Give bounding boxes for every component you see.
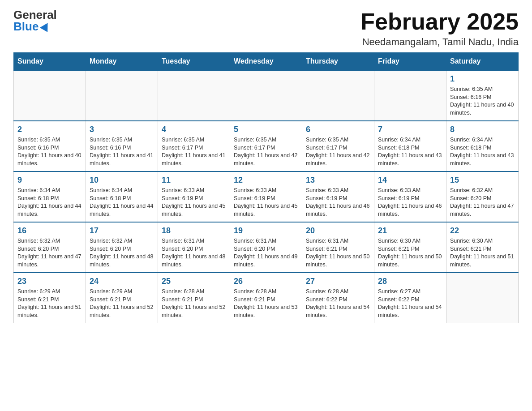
calendar-week-5: 23Sunrise: 6:29 AMSunset: 6:21 PMDayligh…: [14, 273, 519, 323]
day-number: 5: [234, 125, 298, 134]
day-number: 23: [17, 277, 82, 286]
table-row: 23Sunrise: 6:29 AMSunset: 6:21 PMDayligh…: [14, 273, 86, 323]
logo-general-text: General: [13, 9, 57, 21]
table-row: 24Sunrise: 6:29 AMSunset: 6:21 PMDayligh…: [86, 273, 158, 323]
day-number: 9: [17, 176, 82, 185]
day-number: 16: [17, 226, 82, 235]
day-number: 14: [378, 176, 442, 185]
title-section: February 2025 Needamangalam, Tamil Nadu,…: [360, 9, 519, 48]
day-info: Sunrise: 6:29 AMSunset: 6:21 PMDaylight:…: [90, 288, 154, 319]
table-row: 20Sunrise: 6:31 AMSunset: 6:21 PMDayligh…: [302, 222, 374, 273]
day-info: Sunrise: 6:35 AMSunset: 6:17 PMDaylight:…: [306, 136, 370, 167]
day-info: Sunrise: 6:33 AMSunset: 6:19 PMDaylight:…: [378, 187, 442, 218]
table-row: 21Sunrise: 6:30 AMSunset: 6:21 PMDayligh…: [374, 222, 446, 273]
table-row: 5Sunrise: 6:35 AMSunset: 6:17 PMDaylight…: [230, 121, 302, 171]
day-number: 4: [162, 125, 226, 134]
col-thursday: Thursday: [302, 53, 374, 71]
day-number: 21: [378, 226, 442, 235]
day-info: Sunrise: 6:34 AMSunset: 6:18 PMDaylight:…: [90, 187, 154, 218]
table-row: 6Sunrise: 6:35 AMSunset: 6:17 PMDaylight…: [302, 121, 374, 171]
table-row: 26Sunrise: 6:28 AMSunset: 6:21 PMDayligh…: [230, 273, 302, 323]
table-row: 4Sunrise: 6:35 AMSunset: 6:17 PMDaylight…: [158, 121, 230, 171]
day-info: Sunrise: 6:33 AMSunset: 6:19 PMDaylight:…: [162, 187, 226, 218]
day-info: Sunrise: 6:35 AMSunset: 6:16 PMDaylight:…: [17, 136, 82, 167]
calendar-week-3: 9Sunrise: 6:34 AMSunset: 6:18 PMDaylight…: [14, 171, 519, 222]
table-row: [14, 70, 86, 121]
calendar-week-4: 16Sunrise: 6:32 AMSunset: 6:20 PMDayligh…: [14, 222, 519, 273]
day-number: 24: [90, 277, 154, 286]
day-info: Sunrise: 6:34 AMSunset: 6:18 PMDaylight:…: [450, 136, 515, 167]
calendar-week-2: 2Sunrise: 6:35 AMSunset: 6:16 PMDaylight…: [14, 121, 519, 171]
day-info: Sunrise: 6:33 AMSunset: 6:19 PMDaylight:…: [234, 187, 298, 218]
day-info: Sunrise: 6:27 AMSunset: 6:22 PMDaylight:…: [378, 288, 442, 319]
day-info: Sunrise: 6:28 AMSunset: 6:21 PMDaylight:…: [162, 288, 226, 319]
table-row: 8Sunrise: 6:34 AMSunset: 6:18 PMDaylight…: [446, 121, 519, 171]
table-row: 14Sunrise: 6:33 AMSunset: 6:19 PMDayligh…: [374, 171, 446, 222]
table-row: 27Sunrise: 6:28 AMSunset: 6:22 PMDayligh…: [302, 273, 374, 323]
day-info: Sunrise: 6:31 AMSunset: 6:20 PMDaylight:…: [162, 237, 226, 269]
day-number: 19: [234, 226, 298, 235]
day-number: 28: [378, 277, 442, 286]
day-info: Sunrise: 6:32 AMSunset: 6:20 PMDaylight:…: [450, 187, 515, 218]
day-number: 8: [450, 125, 515, 134]
table-row: [302, 70, 374, 121]
col-monday: Monday: [86, 53, 158, 71]
day-number: 7: [378, 125, 442, 134]
day-info: Sunrise: 6:34 AMSunset: 6:18 PMDaylight:…: [378, 136, 442, 167]
table-row: 3Sunrise: 6:35 AMSunset: 6:16 PMDaylight…: [86, 121, 158, 171]
day-number: 6: [306, 125, 370, 134]
table-row: 1Sunrise: 6:35 AMSunset: 6:16 PMDaylight…: [446, 70, 519, 121]
col-wednesday: Wednesday: [230, 53, 302, 71]
day-number: 1: [450, 74, 515, 84]
day-info: Sunrise: 6:35 AMSunset: 6:16 PMDaylight:…: [450, 86, 515, 117]
day-info: Sunrise: 6:33 AMSunset: 6:19 PMDaylight:…: [306, 187, 370, 218]
day-number: 2: [17, 125, 82, 134]
table-row: 11Sunrise: 6:33 AMSunset: 6:19 PMDayligh…: [158, 171, 230, 222]
calendar-week-1: 1Sunrise: 6:35 AMSunset: 6:16 PMDaylight…: [14, 70, 519, 121]
table-row: [86, 70, 158, 121]
page-header: General Blue February 2025 Needamangalam…: [13, 9, 519, 48]
day-info: Sunrise: 6:32 AMSunset: 6:20 PMDaylight:…: [90, 237, 154, 269]
col-saturday: Saturday: [446, 53, 519, 71]
col-tuesday: Tuesday: [158, 53, 230, 71]
day-info: Sunrise: 6:29 AMSunset: 6:21 PMDaylight:…: [17, 288, 82, 319]
table-row: 9Sunrise: 6:34 AMSunset: 6:18 PMDaylight…: [14, 171, 86, 222]
day-info: Sunrise: 6:32 AMSunset: 6:20 PMDaylight:…: [17, 237, 82, 269]
day-number: 12: [234, 176, 298, 185]
table-row: 22Sunrise: 6:30 AMSunset: 6:21 PMDayligh…: [446, 222, 519, 273]
table-row: [158, 70, 230, 121]
day-info: Sunrise: 6:34 AMSunset: 6:18 PMDaylight:…: [17, 187, 82, 218]
day-number: 20: [306, 226, 370, 235]
table-row: [446, 273, 519, 323]
calendar-header-row: Sunday Monday Tuesday Wednesday Thursday…: [14, 53, 519, 71]
day-number: 15: [450, 176, 515, 185]
day-info: Sunrise: 6:28 AMSunset: 6:22 PMDaylight:…: [306, 288, 370, 319]
table-row: 2Sunrise: 6:35 AMSunset: 6:16 PMDaylight…: [14, 121, 86, 171]
day-number: 13: [306, 176, 370, 185]
day-number: 22: [450, 226, 515, 235]
table-row: 10Sunrise: 6:34 AMSunset: 6:18 PMDayligh…: [86, 171, 158, 222]
day-number: 27: [306, 277, 370, 286]
day-number: 17: [90, 226, 154, 235]
table-row: [230, 70, 302, 121]
table-row: 12Sunrise: 6:33 AMSunset: 6:19 PMDayligh…: [230, 171, 302, 222]
col-sunday: Sunday: [14, 53, 86, 71]
table-row: [374, 70, 446, 121]
day-info: Sunrise: 6:31 AMSunset: 6:21 PMDaylight:…: [306, 237, 370, 269]
table-row: 16Sunrise: 6:32 AMSunset: 6:20 PMDayligh…: [14, 222, 86, 273]
calendar-table: Sunday Monday Tuesday Wednesday Thursday…: [13, 52, 519, 323]
day-info: Sunrise: 6:28 AMSunset: 6:21 PMDaylight:…: [234, 288, 298, 319]
month-title: February 2025: [360, 9, 519, 34]
day-info: Sunrise: 6:35 AMSunset: 6:16 PMDaylight:…: [90, 136, 154, 167]
location-text: Needamangalam, Tamil Nadu, India: [360, 36, 519, 48]
table-row: 15Sunrise: 6:32 AMSunset: 6:20 PMDayligh…: [446, 171, 519, 222]
table-row: 28Sunrise: 6:27 AMSunset: 6:22 PMDayligh…: [374, 273, 446, 323]
day-info: Sunrise: 6:30 AMSunset: 6:21 PMDaylight:…: [450, 237, 515, 269]
day-info: Sunrise: 6:35 AMSunset: 6:17 PMDaylight:…: [162, 136, 226, 167]
table-row: 18Sunrise: 6:31 AMSunset: 6:20 PMDayligh…: [158, 222, 230, 273]
table-row: 19Sunrise: 6:31 AMSunset: 6:20 PMDayligh…: [230, 222, 302, 273]
logo-triangle-icon: [40, 21, 51, 32]
day-number: 3: [90, 125, 154, 134]
table-row: 17Sunrise: 6:32 AMSunset: 6:20 PMDayligh…: [86, 222, 158, 273]
day-number: 26: [234, 277, 298, 286]
